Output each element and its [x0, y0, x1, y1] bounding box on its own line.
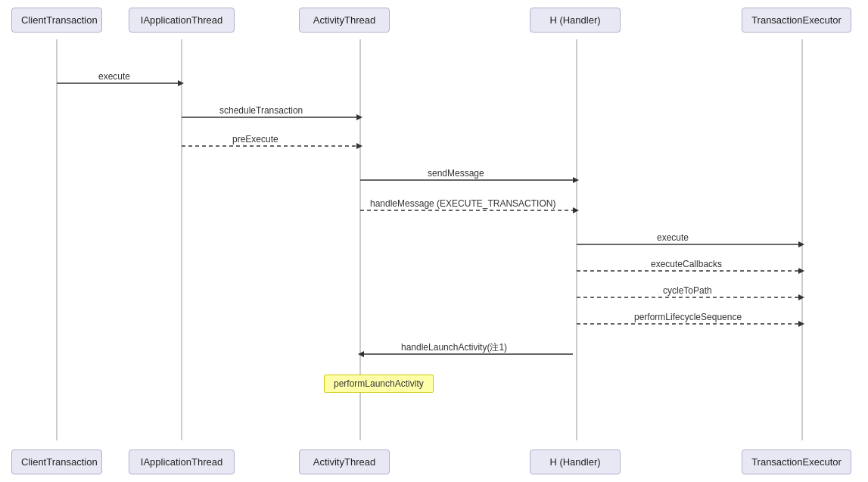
actor-client-transaction-bottom: ClientTransaction [11, 449, 102, 474]
highlight-perform-launch-activity: performLaunchActivity [324, 375, 434, 393]
svg-marker-20 [798, 294, 804, 300]
svg-text:sendMessage: sendMessage [428, 168, 484, 179]
actor-activity-thread-bottom: ActivityThread [299, 449, 390, 474]
svg-marker-16 [798, 241, 804, 247]
actor-client-transaction-top: ClientTransaction [11, 8, 102, 33]
svg-text:handleLaunchActivity(注1): handleLaunchActivity(注1) [401, 342, 507, 353]
svg-marker-12 [573, 177, 579, 183]
arrows-svg: execute scheduleTransaction preExecute s… [0, 0, 868, 482]
svg-text:execute: execute [657, 232, 689, 243]
svg-marker-24 [358, 351, 364, 357]
svg-marker-6 [178, 80, 184, 86]
svg-text:execute: execute [98, 71, 130, 82]
sequence-diagram: execute scheduleTransaction preExecute s… [0, 0, 868, 482]
svg-text:scheduleTransaction: scheduleTransaction [219, 105, 303, 116]
svg-marker-18 [798, 268, 804, 274]
actor-h-handler-bottom: H (Handler) [530, 449, 621, 474]
actor-h-handler-top: H (Handler) [530, 8, 621, 33]
svg-marker-14 [573, 207, 579, 213]
svg-text:handleMessage (EXECUTE_TRANSAC: handleMessage (EXECUTE_TRANSACTION) [370, 198, 555, 209]
actor-transaction-executor-bottom: TransactionExecutor [742, 449, 851, 474]
svg-marker-10 [356, 143, 362, 149]
svg-text:preExecute: preExecute [232, 134, 278, 145]
svg-text:cycleToPath: cycleToPath [663, 285, 712, 296]
actor-iapplication-thread-bottom: IApplicationThread [129, 449, 235, 474]
actor-activity-thread-top: ActivityThread [299, 8, 390, 33]
svg-marker-22 [798, 321, 804, 327]
svg-text:performLifecycleSequence: performLifecycleSequence [634, 312, 742, 322]
actor-transaction-executor-top: TransactionExecutor [742, 8, 851, 33]
actor-iapplication-thread-top: IApplicationThread [129, 8, 235, 33]
svg-marker-8 [356, 114, 362, 120]
svg-text:executeCallbacks: executeCallbacks [651, 259, 722, 269]
